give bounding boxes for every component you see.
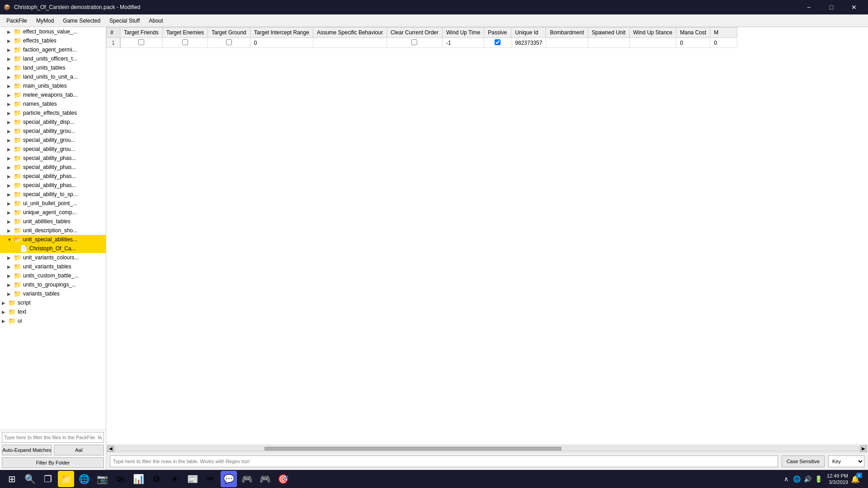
cell-target-intercept-range[interactable]: 0 bbox=[250, 38, 313, 48]
passive-checkbox[interactable] bbox=[495, 39, 500, 45]
col-wind-up-stance[interactable]: Wind Up Stance bbox=[629, 28, 676, 38]
sidebar-item-ui-unit-bullet[interactable]: ▶ 📁 ui_unit_bullet_point_... bbox=[0, 199, 106, 208]
sidebar-item-special-ability-phas3[interactable]: ▶ 📁 special_ability_phas... bbox=[0, 172, 106, 181]
sidebar-item-special-ability-phas4[interactable]: ▶ 📁 special_ability_phas... bbox=[0, 181, 106, 190]
excel-button[interactable]: 📊 bbox=[130, 471, 146, 487]
sidebar-item-main-units[interactable]: ▶ 📁 main_units_tables bbox=[0, 81, 106, 90]
file-filter-input[interactable] bbox=[2, 432, 104, 443]
scroll-track[interactable] bbox=[115, 446, 859, 451]
scroll-thumb[interactable] bbox=[264, 447, 561, 450]
cell-m[interactable]: 0 bbox=[710, 38, 737, 48]
sidebar-item-units-to-groupings[interactable]: ▶ 📁 units_to_groupings_... bbox=[0, 280, 106, 289]
cell-clear-current-order[interactable] bbox=[387, 38, 442, 48]
sidebar-item-christoph-file[interactable]: ▶ 📄 Christoph_Of_Ca... bbox=[0, 244, 106, 253]
file-explorer-button[interactable]: 📁 bbox=[58, 471, 74, 487]
sidebar-item-land-units-officers[interactable]: ▶ 📁 land_units_officers_t... bbox=[0, 54, 106, 63]
sidebar-item-script[interactable]: ▶ 📁 script bbox=[0, 298, 106, 307]
target-enemies-checkbox[interactable] bbox=[182, 39, 188, 45]
cell-spawned-unit[interactable] bbox=[588, 38, 629, 48]
sidebar-item-special-ability-grou2[interactable]: ▶ 📁 special_ability_grou... bbox=[0, 136, 106, 145]
cell-unique-id[interactable]: 982373357 bbox=[511, 38, 546, 48]
sidebar-item-unique-agent-comp[interactable]: ▶ 📁 unique_agent_comp... bbox=[0, 208, 106, 217]
mail-button[interactable]: ✈ bbox=[166, 471, 183, 487]
file-tree[interactable]: ▶ 📁 effect_bonus_value_... ▶ 📁 effects_t… bbox=[0, 27, 106, 430]
cell-target-ground[interactable] bbox=[208, 38, 250, 48]
col-mana-cost[interactable]: Mana Cost bbox=[676, 28, 710, 38]
cell-mana-cost[interactable]: 0 bbox=[676, 38, 710, 48]
menu-special-stuff[interactable]: Special Stuff bbox=[105, 16, 144, 26]
aa-button[interactable]: AaI bbox=[54, 445, 104, 455]
tray-battery-icon[interactable]: 🔋 bbox=[814, 474, 823, 483]
discord-button[interactable]: 🎮 bbox=[239, 471, 255, 487]
col-target-ground[interactable]: Target Ground bbox=[208, 28, 250, 38]
menu-packfile[interactable]: PackFile bbox=[2, 16, 32, 26]
menu-game-selected[interactable]: Game Selected bbox=[58, 16, 105, 26]
cell-assume-specific-behaviour[interactable] bbox=[313, 38, 387, 48]
sidebar-item-ui[interactable]: ▶ 📁 ui bbox=[0, 316, 106, 325]
target-friends-checkbox[interactable] bbox=[138, 39, 144, 45]
col-target-enemies[interactable]: Target Enemies bbox=[162, 28, 208, 38]
sidebar-item-particle-effects[interactable]: ▶ 📁 particle_effects_tables bbox=[0, 108, 106, 117]
notification-button[interactable]: 🔔 4 bbox=[852, 473, 864, 485]
tray-up-arrow[interactable]: ∧ bbox=[782, 474, 791, 483]
col-assume-specific-behaviour[interactable]: Assume Specific Behaviour bbox=[313, 28, 387, 38]
chat-button[interactable]: 💬 bbox=[221, 471, 237, 487]
sidebar-item-text[interactable]: ▶ 📁 text bbox=[0, 307, 106, 316]
sidebar-item-unit-description[interactable]: ▶ 📁 unit_description_sho... bbox=[0, 226, 106, 235]
sidebar-item-unit-variants-tables[interactable]: ▶ 📁 unit_variants_tables bbox=[0, 262, 106, 271]
tray-volume-icon[interactable]: 🔊 bbox=[803, 474, 812, 483]
key-select[interactable]: Key Value bbox=[828, 455, 864, 467]
sidebar-item-faction-agent[interactable]: ▶ 📁 faction_agent_permi... bbox=[0, 45, 106, 54]
sidebar-item-special-ability-grou3[interactable]: ▶ 📁 special_ability_grou... bbox=[0, 145, 106, 154]
col-unique-id[interactable]: Unique Id bbox=[511, 28, 546, 38]
target-ground-checkbox[interactable] bbox=[226, 39, 232, 45]
start-button[interactable]: ⊞ bbox=[4, 471, 20, 487]
auto-expand-button[interactable]: Auto-Expand Matches bbox=[2, 445, 52, 455]
photo-button[interactable]: 📷 bbox=[94, 471, 110, 487]
sidebar-item-effect-bonus-value[interactable]: ▶ 📁 effect_bonus_value_... bbox=[0, 27, 106, 36]
data-table-wrapper[interactable]: # Target Friends Target Enemies Target G… bbox=[106, 27, 868, 445]
close-button[interactable]: ✕ bbox=[844, 0, 864, 14]
sidebar-item-special-ability-to-sp[interactable]: ▶ 📁 special_ability_to_sp... bbox=[0, 190, 106, 199]
sidebar-item-land-units-to-unit[interactable]: ▶ 📁 land_units_to_unit_a... bbox=[0, 72, 106, 81]
col-target-intercept-range[interactable]: Target Intercept Range bbox=[250, 28, 313, 38]
scroll-left-arrow[interactable]: ◀ bbox=[107, 446, 114, 452]
edit-button[interactable]: ✏ bbox=[203, 471, 219, 487]
steam-button[interactable]: 🎮 bbox=[257, 471, 273, 487]
col-m[interactable]: M bbox=[710, 28, 737, 38]
sidebar-item-land-units-tables[interactable]: ▶ 📁 land_units_tables bbox=[0, 63, 106, 72]
scroll-right-arrow[interactable]: ▶ bbox=[860, 446, 867, 452]
col-passive[interactable]: Passive bbox=[484, 28, 511, 38]
maximize-button[interactable]: □ bbox=[821, 0, 842, 14]
sidebar-item-special-ability-grou1[interactable]: ▶ 📁 special_ability_grou... bbox=[0, 127, 106, 136]
col-clear-current-order[interactable]: Clear Current Order bbox=[387, 28, 442, 38]
tray-network-icon[interactable]: 🌐 bbox=[793, 474, 802, 483]
settings-button[interactable]: ⚙ bbox=[148, 471, 165, 487]
cell-passive[interactable] bbox=[484, 38, 511, 48]
task-view-button[interactable]: ❐ bbox=[40, 471, 56, 487]
sidebar-item-variants-tables[interactable]: ▶ 📁 variants_tables bbox=[0, 289, 106, 298]
cell-target-friends[interactable] bbox=[120, 38, 163, 48]
menu-about[interactable]: About bbox=[144, 16, 167, 26]
sidebar-item-special-ability-phas1[interactable]: ▶ 📁 special_ability_phas... bbox=[0, 154, 106, 163]
sidebar-item-units-custom-battle[interactable]: ▶ 📁 units_custom_battle_... bbox=[0, 271, 106, 280]
sidebar-item-effects-tables[interactable]: ▶ 📁 effects_tables bbox=[0, 36, 106, 45]
clear-current-order-checkbox[interactable] bbox=[411, 39, 417, 45]
game2-button[interactable]: 🎯 bbox=[275, 471, 291, 487]
horizontal-scrollbar[interactable]: ◀ ▶ bbox=[106, 445, 868, 452]
sidebar-item-melee-weapons[interactable]: ▶ 📁 melee_weapons_tab... bbox=[0, 90, 106, 99]
minimize-button[interactable]: − bbox=[798, 0, 819, 14]
case-sensitive-button[interactable]: Case Sensitive bbox=[782, 455, 825, 467]
row-filter-input[interactable] bbox=[110, 455, 778, 467]
sidebar-item-names-tables[interactable]: ▶ 📁 names_tables bbox=[0, 99, 106, 108]
news-button[interactable]: 📰 bbox=[184, 471, 201, 487]
sidebar-item-special-ability-disp[interactable]: ▶ 📁 special_ability_disp... bbox=[0, 117, 106, 127]
filter-by-folder-button[interactable]: Filter By Folder bbox=[2, 457, 104, 468]
col-target-friends[interactable]: Target Friends bbox=[120, 28, 163, 38]
col-spawned-unit[interactable]: Spawned Unit bbox=[588, 28, 629, 38]
search-button[interactable]: 🔍 bbox=[22, 471, 38, 487]
browser-button[interactable]: 🌐 bbox=[76, 471, 92, 487]
cell-wind-up-time[interactable]: -1 bbox=[442, 38, 484, 48]
system-clock[interactable]: 12:49 PM3/3/2019 bbox=[827, 473, 848, 486]
sidebar-item-unit-variants-colours[interactable]: ▶ 📁 unit_variants_colours... bbox=[0, 253, 106, 262]
